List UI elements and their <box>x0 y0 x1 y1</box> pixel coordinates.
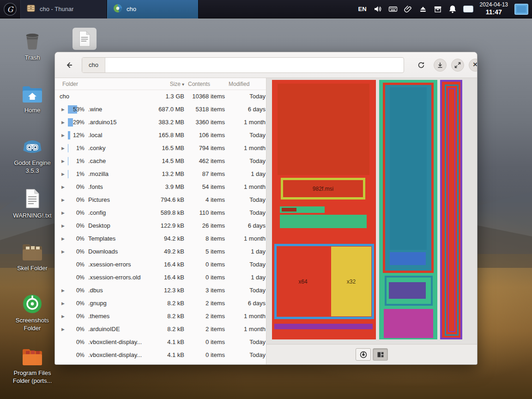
distro-logo-icon[interactable]: G <box>0 0 20 18</box>
location-bar[interactable]: cho <box>82 57 404 73</box>
row-expander-icon[interactable]: ▶ <box>61 284 67 297</box>
table-row[interactable]: ▶ 0% .arduinoIDE 8.2 kB 2 items 1 month <box>55 323 266 336</box>
table-row[interactable]: ▶ 0% .dbus 12.3 kB 3 items Today <box>55 284 266 297</box>
keyboard-layout-indicator[interactable]: EN <box>358 6 367 12</box>
row-modified: Today <box>229 155 266 168</box>
table-row[interactable]: 0% .xsession-errors 16.4 kB 0 items Toda… <box>55 258 266 271</box>
row-folder-name: .cache <box>88 155 106 168</box>
table-row[interactable]: ▶ 53% .wine 687.0 MB 5318 items 6 days <box>55 103 266 116</box>
table-row[interactable]: 0% .vboxclient-display... 4.1 kB 0 items… <box>55 349 266 362</box>
treemap-rect-982f.msi[interactable]: 982f.msi <box>281 178 365 200</box>
column-header-size[interactable]: Size▾ <box>137 78 184 91</box>
row-expander-icon[interactable]: ▶ <box>61 193 67 206</box>
row-expander-icon[interactable]: ▶ <box>61 142 67 155</box>
percent-text: 0% <box>76 351 85 359</box>
row-folder-name: .xsession-errors <box>88 258 131 271</box>
table-row[interactable]: ▶ 0% .fonts 3.9 MB 54 items 1 month <box>55 181 266 193</box>
table-row[interactable]: ▶ 1% .cache 14.5 MB 462 items Today <box>55 155 266 168</box>
table-header: Folder Size▾ Contents Modified <box>55 78 266 90</box>
treemap-rect-x32[interactable]: x32 <box>331 247 371 316</box>
row-expander-icon[interactable]: ▶ <box>61 155 67 168</box>
row-expander-icon[interactable]: ▶ <box>61 181 67 193</box>
row-expander-icon[interactable]: ▶ <box>61 103 67 116</box>
keyboard-icon[interactable] <box>388 5 398 13</box>
treemap-rect[interactable] <box>390 252 426 265</box>
treemap-rect[interactable] <box>278 84 369 175</box>
workspace-switcher-icon[interactable] <box>514 4 528 15</box>
desktop-icon-trash[interactable]: Trash <box>8 27 56 62</box>
row-expander-icon[interactable]: ▶ <box>61 168 67 181</box>
table-row[interactable]: ▶ 0% Desktop 122.9 kB 26 items 6 days <box>55 219 266 232</box>
column-header-modified[interactable]: Modified <box>229 78 249 90</box>
desktop-icon-screenshots-folder[interactable]: Screenshots Folder <box>8 290 56 332</box>
treemap-view-button[interactable] <box>373 348 388 361</box>
back-button[interactable] <box>61 57 77 73</box>
table-row[interactable]: ▶ 29% .arduino15 383.2 MB 3360 items 1 m… <box>55 116 266 129</box>
row-expander-icon[interactable]: ▶ <box>61 232 67 245</box>
table-row[interactable]: ▶ 1% .mozilla 13.2 MB 87 items 1 day <box>55 168 266 181</box>
table-row[interactable]: ▶ 0% Pictures 794.6 kB 4 items Today <box>55 193 266 206</box>
row-expander-icon[interactable]: ▶ <box>61 310 67 323</box>
view-switcher <box>266 344 477 364</box>
table-row[interactable]: ▶ 0% .gnupg 8.2 kB 2 items 6 days <box>55 297 266 310</box>
row-modified: Today <box>229 193 266 206</box>
path-segment[interactable]: cho <box>82 58 105 73</box>
panel-clock[interactable]: 2024-04-13 11:47 <box>480 1 508 17</box>
row-percent: 0% <box>68 222 85 230</box>
table-row[interactable]: ▶ 0% Downloads 49.2 kB 5 items 1 day <box>55 245 266 258</box>
table-row[interactable]: ▶ 12% .local 165.8 MB 106 items Today <box>55 129 266 142</box>
desktop-icon-skel-folder[interactable]: Skel Folder <box>8 237 56 272</box>
desktop-icon-warning-txt[interactable]: WARNING!.txt <box>8 185 56 220</box>
treemap[interactable]: 982f.msix64x32 <box>272 80 462 339</box>
treemap-rect[interactable] <box>384 309 433 338</box>
table-row[interactable]: ▶ 0% Templates 94.2 kB 8 items 1 month <box>55 232 266 245</box>
volume-icon[interactable] <box>373 5 382 13</box>
table-row[interactable]: 0% .xsession-errors.old 16.4 kB 0 items … <box>55 271 266 284</box>
row-size: 3.9 MB <box>137 181 184 193</box>
notifications-bell-icon[interactable] <box>448 5 457 13</box>
row-expander-icon[interactable]: ▶ <box>61 116 67 129</box>
desktop-icon-home[interactable]: Home <box>8 79 56 115</box>
row-size: 16.5 MB <box>137 142 184 155</box>
taskbar-window-thunar[interactable]: cho - Thunar <box>20 0 107 18</box>
row-expander-icon[interactable]: ▶ <box>61 129 67 142</box>
table-row[interactable]: 0% .vboxclient-display... 4.1 kB 0 items… <box>55 336 266 349</box>
treemap-rect-x64[interactable]: x64 <box>277 247 329 316</box>
treemap-rect[interactable] <box>274 324 373 329</box>
percent-text: 0% <box>76 273 85 282</box>
tray-window-icon[interactable] <box>463 6 473 12</box>
archive-icon[interactable] <box>434 5 442 13</box>
attachment-icon[interactable] <box>404 5 412 13</box>
column-header-folder[interactable]: Folder <box>62 78 78 90</box>
desktop-icon-godot[interactable]: Godot Engine 3.5.3 <box>8 132 56 175</box>
taskbar-window-baobab[interactable]: cho <box>107 0 199 18</box>
row-size: 4.1 kB <box>137 336 184 349</box>
row-expander-icon[interactable]: ▶ <box>61 323 67 336</box>
row-expander-icon[interactable]: ▶ <box>61 245 67 258</box>
treemap-rect[interactable] <box>389 282 426 299</box>
treemap-rect[interactable] <box>448 88 455 332</box>
row-expander-icon[interactable]: ▶ <box>61 297 67 310</box>
desktop-icon-program-files-folder[interactable]: Program Files Folder (ports... <box>8 342 56 385</box>
export-button[interactable] <box>434 59 447 72</box>
column-header-contents[interactable]: Contents <box>188 78 210 90</box>
treemap-rect[interactable] <box>282 208 296 212</box>
row-size: 8.2 kB <box>137 310 184 323</box>
table-row[interactable]: ▶ 0% .config 589.8 kB 110 items Today <box>55 206 266 219</box>
rings-view-button[interactable] <box>356 348 371 361</box>
treemap-rect[interactable] <box>280 215 367 228</box>
table-row-root[interactable]: cho 1.3 GB 10368 items Today <box>55 90 266 103</box>
table-row[interactable]: ▶ 1% .conky 16.5 MB 794 items 1 month <box>55 142 266 155</box>
row-expander-icon[interactable]: ▶ <box>61 219 67 232</box>
row-percent: 12% <box>68 131 85 139</box>
maximize-button[interactable] <box>451 59 464 72</box>
treemap-rect[interactable] <box>390 87 427 250</box>
eject-icon[interactable] <box>419 5 427 13</box>
desktop-icon-document[interactable] <box>73 28 97 50</box>
close-button[interactable]: × <box>469 59 478 72</box>
row-percent: 53% <box>68 105 85 114</box>
row-expander-icon[interactable]: ▶ <box>61 206 67 219</box>
table-row[interactable]: ▶ 0% .themes 8.2 kB 2 items 1 month <box>55 310 266 323</box>
reload-button[interactable] <box>413 57 429 73</box>
row-percent: 1% <box>68 170 85 178</box>
